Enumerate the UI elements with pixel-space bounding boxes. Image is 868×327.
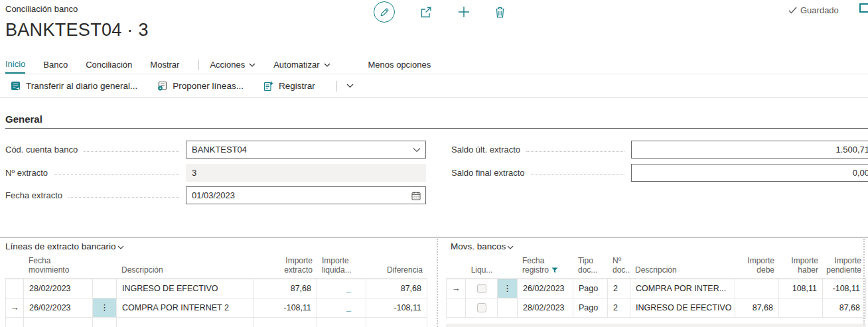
empty-cell[interactable] (317, 318, 366, 327)
ellipsis-vertical-icon: ⋮ (503, 279, 512, 298)
dot-leader (84, 151, 179, 152)
dot-leader (68, 197, 179, 198)
cod-cuenta-label: Cód. cuenta banco (5, 145, 78, 155)
descripcion-cell[interactable]: INGRESO DE EFECTIVO (630, 298, 735, 318)
liquidado-checkbox[interactable] (477, 303, 486, 312)
empty-cell[interactable] (5, 318, 24, 327)
col-header-fecha-movimiento[interactable]: Fechamovimiento (24, 256, 93, 279)
field-row-fecha-extracto: Fecha extracto (5, 186, 426, 204)
liquidado-checkbox[interactable] (477, 284, 486, 293)
importe-liquidado-link[interactable]: _ (317, 298, 366, 318)
cod-cuenta-input[interactable] (186, 141, 426, 159)
row-menu-cell[interactable] (498, 298, 518, 318)
importe-haber-cell[interactable] (779, 298, 823, 318)
col-header-empty (498, 256, 518, 279)
saldo-final-label: Saldo final extracto (451, 168, 525, 178)
tab-inicio[interactable]: Inicio (5, 56, 25, 74)
chevron-down-icon (507, 245, 514, 249)
importe-pendiente-cell[interactable]: 87,68 (823, 298, 866, 318)
row-menu-cell[interactable]: ⋮ (498, 279, 518, 298)
more-actions-chevron-icon[interactable] (340, 81, 360, 91)
fecha-registro-cell[interactable]: 26/02/2023 (518, 279, 573, 298)
general-section-rule (5, 128, 868, 129)
col-header-importe-pendiente[interactable]: Importependiente (823, 256, 866, 279)
page-action-icons (374, 1, 505, 23)
diferencia-cell[interactable]: -108,11 (366, 298, 427, 318)
col-header-descripcion[interactable]: Descripción (117, 256, 253, 279)
tab-mostrar[interactable]: Mostrar (150, 56, 179, 74)
descripcion-cell[interactable]: COMPRA POR INTERNET 2 (117, 298, 253, 318)
panel-splitter[interactable] (437, 239, 438, 327)
col-header-importe-haber[interactable]: Importehaber (779, 256, 823, 279)
importe-pendiente-cell[interactable]: -108,11 (823, 279, 866, 298)
action-bar-divider (336, 81, 337, 92)
col-header-empty (5, 256, 24, 279)
statement-lines-panel-title[interactable]: Líneas de extracto bancario (5, 241, 124, 251)
empty-cell[interactable] (253, 318, 317, 327)
new-icon[interactable] (458, 6, 470, 18)
importe-extracto-cell[interactable]: -108,11 (253, 298, 317, 318)
tab-automatizar[interactable]: Automatizar (273, 56, 330, 74)
tab-menos-opciones[interactable]: Menos opciones (368, 56, 431, 74)
num-doc-cell[interactable]: 2 (608, 279, 630, 298)
grid-filler-area (446, 324, 866, 327)
descripcion-cell[interactable]: COMPRA POR INTER... (630, 279, 735, 298)
descripcion-cell[interactable]: INGRESO DE EFECTIVO (117, 279, 253, 298)
calendar-icon[interactable] (411, 191, 421, 200)
fecha-movimiento-cell[interactable]: 28/02/2023 (24, 279, 93, 298)
fecha-registro-cell[interactable]: 28/02/2023 (518, 298, 573, 318)
col-header-importe-extracto[interactable]: Importeextracto (253, 256, 317, 279)
bank-ledger-panel-title[interactable]: Movs. bancos (451, 241, 514, 251)
post-button[interactable]: Registrar (263, 81, 315, 92)
empty-cell[interactable] (117, 318, 253, 327)
combobox-chevron-icon[interactable] (413, 147, 421, 152)
field-row-num-extracto: Nº extracto 3 (5, 164, 426, 182)
tab-conciliacion[interactable]: Conciliación (86, 56, 132, 74)
col-header-fecha-registro[interactable]: Fecha registro (518, 256, 573, 279)
page-caption: Conciliación banco (5, 4, 78, 14)
num-doc-cell[interactable]: 2 (608, 298, 630, 318)
fecha-extracto-input[interactable] (186, 186, 426, 204)
edit-icon[interactable] (374, 1, 395, 23)
diferencia-cell[interactable]: 87,68 (366, 279, 427, 298)
importe-extracto-cell[interactable]: 87,68 (253, 279, 317, 298)
importe-liquidado-link[interactable]: _ (317, 279, 366, 298)
ribbon-menu: Inicio Banco Conciliación Mostrar Accion… (0, 56, 868, 74)
col-header-liquidado[interactable]: Liqu... (466, 256, 498, 279)
transfer-to-general-journal-button[interactable]: Transferir al diario general... (11, 81, 137, 91)
empty-cell[interactable] (93, 318, 117, 327)
col-header-diferencia[interactable]: Diferencia (366, 256, 427, 279)
saldo-ult-input[interactable] (631, 141, 868, 159)
col-header-empty (93, 256, 117, 279)
importe-debe-cell[interactable]: 87,68 (735, 298, 779, 318)
col-header-tipo-doc[interactable]: Tipodoc... (573, 256, 608, 279)
action-bar: Transferir al diario general... Proponer… (0, 75, 868, 98)
fecha-movimiento-cell[interactable]: 26/02/2023 (24, 298, 93, 318)
tipo-doc-cell[interactable]: Pago (573, 279, 608, 298)
share-icon[interactable] (420, 7, 433, 18)
tab-banco[interactable]: Banco (43, 56, 68, 74)
row-menu-cell[interactable]: ⋮ (93, 298, 117, 318)
empty-cell[interactable] (366, 318, 427, 327)
importe-haber-cell[interactable]: 108,11 (779, 279, 823, 298)
checkmark-icon (788, 7, 797, 14)
col-header-descripcion[interactable]: Descripción (630, 256, 735, 279)
col-header-importe-liquidado[interactable]: Importeliquida... (317, 256, 366, 279)
tab-acciones[interactable]: Acciones (210, 56, 255, 74)
suggest-lines-icon (157, 81, 167, 91)
col-header-num-doc[interactable]: Nºdoc... (608, 256, 630, 279)
current-row-arrow-icon: → (452, 279, 461, 298)
row-menu-cell[interactable] (93, 279, 117, 298)
saldo-final-input[interactable] (631, 164, 868, 182)
empty-cell[interactable] (24, 318, 93, 327)
general-section-title[interactable]: General (5, 113, 42, 125)
chevron-down-icon (249, 63, 255, 67)
filter-icon (551, 267, 558, 273)
suggest-lines-button[interactable]: Proponer líneas... (157, 81, 244, 91)
importe-debe-cell[interactable] (735, 279, 779, 298)
tipo-doc-cell[interactable]: Pago (573, 298, 608, 318)
dot-leader (531, 174, 624, 175)
col-header-importe-debe[interactable]: Importedebe (735, 256, 779, 279)
open-in-window-icon[interactable] (859, 3, 868, 13)
delete-icon[interactable] (495, 7, 505, 18)
